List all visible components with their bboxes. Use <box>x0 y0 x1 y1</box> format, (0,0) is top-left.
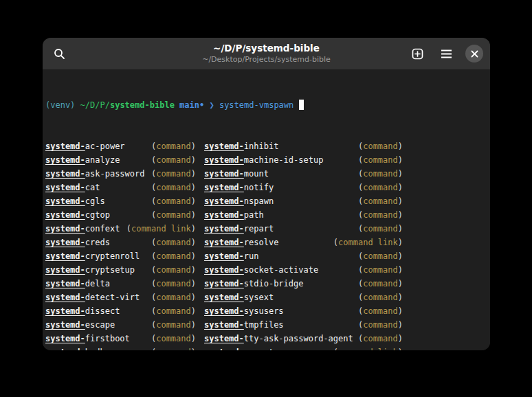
desktop-background: { "window": { "title": "~/D/P/systemd-bi… <box>0 0 532 397</box>
desc-paren-open: ( <box>333 238 338 247</box>
desc-kind: command link <box>338 348 398 350</box>
completion-name-rest: sysusers <box>244 306 284 316</box>
search-button[interactable] <box>49 44 69 63</box>
desc-paren-close: ) <box>191 210 196 220</box>
desc-kind: command <box>363 265 398 275</box>
completion-name: systemd-delta <box>45 277 110 291</box>
completion-item: systemd-cryptenroll(command) <box>45 249 196 263</box>
completion-desc: (command) <box>358 249 403 263</box>
completion-item: systemd-tty-ask-password-agent(command) <box>204 332 403 345</box>
completion-item: systemd-escape(command) <box>45 318 196 332</box>
completion-name: systemd-stdio-bridge <box>204 277 304 291</box>
completion-name-rest: cgls <box>85 196 105 206</box>
search-icon <box>54 48 65 60</box>
desc-kind: command <box>156 183 191 192</box>
terminal-window: ~/D/P/systemd-bible ~/Desktop/Projects/s… <box>43 38 490 350</box>
completion-name-rest: tmpfiles <box>244 320 284 330</box>
completion-name-prefix: systemd- <box>204 224 244 234</box>
completion-name-prefix: systemd- <box>204 210 244 220</box>
completion-name: systemd-sysext <box>204 291 274 304</box>
completion-name: systemd-inhibit <box>204 139 278 153</box>
completion-desc: (command) <box>358 181 403 194</box>
completion-name-rest: hwdb <box>85 348 105 350</box>
completion-desc: (command) <box>151 345 196 350</box>
completion-desc: (command) <box>151 318 196 332</box>
desc-paren-close: ) <box>398 306 403 316</box>
completion-desc: (command link) <box>333 345 403 350</box>
desc-paren-close: ) <box>191 334 196 343</box>
completion-name-rest: socket-activate <box>244 265 318 275</box>
desc-kind: command link <box>338 238 398 247</box>
completion-name: systemd-dissect <box>45 304 120 318</box>
completion-name-prefix: systemd- <box>204 169 244 179</box>
completion-name-prefix: systemd- <box>45 155 85 165</box>
completion-item: systemd-run(command) <box>204 249 403 263</box>
completion-item: systemd-delta(command) <box>45 277 196 291</box>
desc-paren-close: ) <box>191 348 196 350</box>
desc-kind: command <box>363 141 398 151</box>
completion-name-rest: nspawn <box>244 196 274 206</box>
desc-paren-open: ( <box>126 224 131 234</box>
completion-item: systemd-mount(command) <box>204 167 403 181</box>
completion-name-prefix: systemd- <box>45 293 85 302</box>
completion-name-rest: cryptsetup <box>85 265 135 275</box>
completion-name: systemd-confext <box>45 222 120 236</box>
desc-paren-close: ) <box>191 141 196 151</box>
completion-name: systemd-notify <box>204 181 274 194</box>
desc-kind: command <box>156 334 191 343</box>
desc-paren-close: ) <box>398 348 403 350</box>
completion-desc: (command) <box>151 208 196 222</box>
completion-desc: (command) <box>358 318 403 332</box>
completion-name-rest: ask-password <box>85 169 145 179</box>
desc-paren-close: ) <box>191 169 196 179</box>
desc-kind: command <box>363 251 398 261</box>
completion-name: systemd-mount <box>204 167 269 181</box>
completion-name-prefix: systemd- <box>204 306 244 316</box>
completion-name-rest: creds <box>85 238 110 247</box>
completion-desc: (command) <box>358 291 403 304</box>
completion-desc: (command) <box>358 194 403 208</box>
completion-list: systemd-ac-power(command)systemd-analyze… <box>45 139 487 350</box>
desc-paren-open: ( <box>333 348 338 350</box>
desc-paren-close: ) <box>191 196 196 206</box>
terminal-content[interactable]: (venv) ~/D/P/systemd-bible main• ❯ syste… <box>43 69 490 350</box>
completion-name-rest: ac-power <box>85 141 125 151</box>
completion-desc: (command) <box>151 263 196 277</box>
completion-name-prefix: systemd- <box>45 196 85 206</box>
desc-kind: command link <box>131 224 191 234</box>
desc-paren-close: ) <box>398 293 403 302</box>
completion-item: systemd-sysext(command) <box>204 291 403 304</box>
prompt-segment: systemd-bible <box>110 100 179 110</box>
completion-desc: (command) <box>151 236 196 249</box>
completion-name-prefix: systemd- <box>45 141 85 151</box>
completion-name-rest: path <box>244 210 264 220</box>
desc-paren-close: ) <box>398 320 403 330</box>
completion-name-prefix: systemd- <box>204 183 244 192</box>
new-tab-button[interactable] <box>408 44 427 63</box>
desc-paren-close: ) <box>398 251 403 261</box>
completion-column-right: systemd-inhibit(command)systemd-machine-… <box>204 139 403 350</box>
completion-desc: (command) <box>151 167 196 181</box>
desc-kind: command <box>363 293 398 302</box>
completion-item: systemd-creds(command) <box>45 236 196 249</box>
completion-name-rest: machine-id-setup <box>244 155 324 165</box>
completion-name: systemd-tty-ask-password-agent <box>204 332 353 345</box>
completion-desc: (command) <box>358 208 403 222</box>
completion-name-prefix: systemd- <box>204 155 244 165</box>
desc-kind: command <box>363 196 398 206</box>
desc-paren-close: ) <box>398 155 403 165</box>
completion-name: systemd-cryptsetup <box>45 263 135 277</box>
prompt-segment: (venv) <box>45 100 80 110</box>
desc-paren-close: ) <box>398 210 403 220</box>
completion-name-prefix: systemd- <box>45 251 85 261</box>
header-bar: ~/D/P/systemd-bible ~/Desktop/Projects/s… <box>43 38 490 69</box>
completion-name-prefix: systemd- <box>45 334 85 343</box>
completion-name-rest: notify <box>244 183 274 192</box>
close-button[interactable] <box>465 45 483 63</box>
completion-name: systemd-hwdb <box>45 345 105 350</box>
completion-name: systemd-run <box>204 249 258 263</box>
completion-desc: (command) <box>151 332 196 345</box>
desc-paren-close: ) <box>191 183 196 192</box>
completion-name-rest: delta <box>85 279 110 288</box>
menu-button[interactable] <box>436 44 456 63</box>
